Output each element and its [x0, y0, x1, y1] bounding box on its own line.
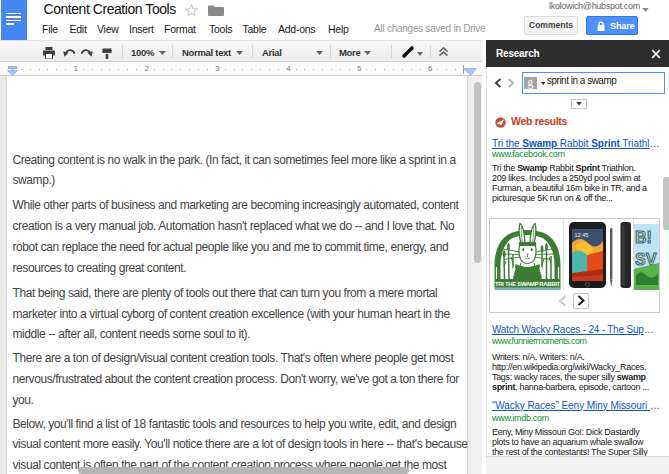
svg-text:12:45: 12:45	[575, 232, 589, 238]
svg-text:SV: SV	[635, 251, 657, 268]
svg-text:B!: B!	[635, 229, 652, 246]
svg-text:TRI THE SWAMP RABBIT: TRI THE SWAMP RABBIT	[495, 281, 561, 287]
